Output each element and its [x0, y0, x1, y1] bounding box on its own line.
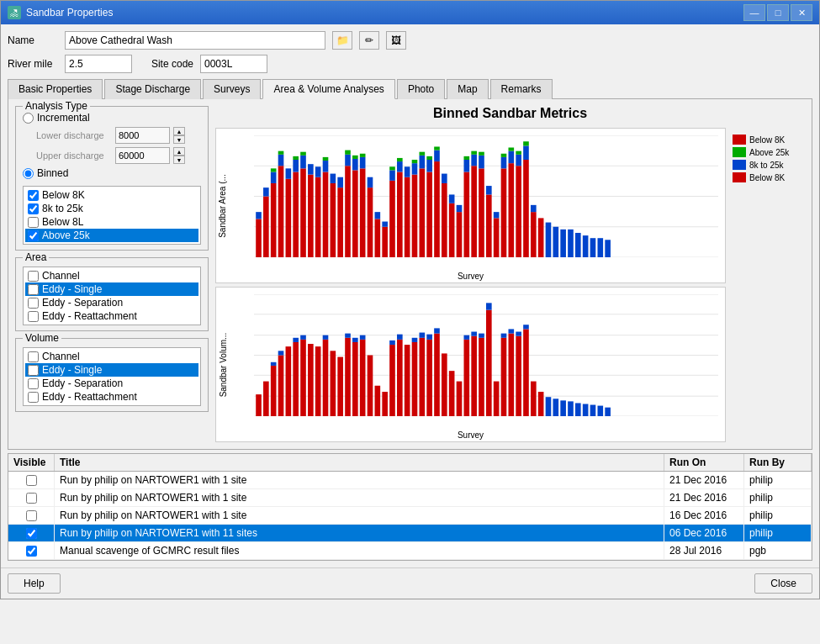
- volume-check-eddy-separation[interactable]: [28, 378, 39, 389]
- name-input[interactable]: [65, 31, 325, 50]
- binned-item-below8l[interactable]: Below 8L: [25, 215, 198, 229]
- tab-photo[interactable]: Photo: [397, 79, 445, 99]
- volume-check-eddy-single[interactable]: [28, 365, 39, 376]
- lower-discharge-down[interactable]: ▼: [173, 135, 185, 144]
- binned-check-below8k[interactable]: [28, 190, 39, 201]
- image-icon-button[interactable]: 🖼: [386, 31, 406, 50]
- visible-check-1[interactable]: [26, 475, 37, 486]
- svg-rect-124: [256, 394, 262, 416]
- incremental-radio[interactable]: [23, 113, 34, 124]
- visible-check-3[interactable]: [26, 510, 37, 521]
- help-button[interactable]: Help: [8, 573, 61, 594]
- area-check-eddy-separation[interactable]: [28, 298, 39, 309]
- area-check-eddy-reattachment[interactable]: [28, 311, 39, 322]
- area-label-eddy-single: Eddy - Single: [42, 283, 102, 295]
- legend-label-below8k-1: Below 8K: [749, 135, 785, 145]
- svg-rect-53: [382, 222, 388, 227]
- svg-rect-35: [331, 183, 336, 257]
- cell-visible-3[interactable]: [8, 507, 55, 524]
- svg-rect-135: [308, 344, 314, 416]
- volume-check-channel[interactable]: [28, 351, 39, 362]
- upper-discharge-input[interactable]: [115, 147, 170, 164]
- header-run-by: Run By: [744, 454, 812, 471]
- area-item-channel[interactable]: Channel: [25, 269, 198, 282]
- header-visible: Visible: [8, 454, 55, 471]
- tab-surveys[interactable]: Surveys: [203, 79, 261, 99]
- svg-rect-113: [583, 235, 589, 257]
- svg-rect-34: [323, 157, 329, 161]
- cell-visible-2[interactable]: [8, 489, 55, 506]
- tab-remarks[interactable]: Remarks: [490, 79, 553, 99]
- binned-label: Binned: [37, 167, 68, 179]
- table-row-selected[interactable]: Run by philip on NARTOWER1 with 11 sites…: [8, 525, 812, 542]
- svg-rect-36: [331, 174, 336, 183]
- lower-discharge-input[interactable]: [115, 127, 170, 144]
- cell-runon-5: 28 Jul 2016: [664, 542, 744, 559]
- window-title: Sandbar Properties: [26, 7, 113, 18]
- visible-check-4[interactable]: [26, 528, 37, 539]
- binned-check-above25k[interactable]: [28, 230, 39, 241]
- table-row[interactable]: Run by philip on NARTOWER1 with 1 site 2…: [8, 489, 812, 507]
- svg-rect-128: [278, 356, 284, 417]
- svg-rect-184: [538, 392, 544, 416]
- area-item-eddy-single[interactable]: Eddy - Single: [25, 282, 198, 296]
- svg-rect-94: [501, 157, 507, 168]
- edit-icon-button[interactable]: ✏: [359, 31, 379, 50]
- area-check-eddy-single[interactable]: [28, 284, 39, 295]
- area-check-channel[interactable]: [28, 271, 39, 282]
- binned-check-below8l[interactable]: [28, 217, 39, 228]
- legend-color-below8k-2: [733, 172, 746, 182]
- upper-discharge-down[interactable]: ▼: [173, 156, 185, 164]
- area-item-eddy-reattachment[interactable]: Eddy - Reattachment: [25, 309, 198, 323]
- svg-rect-83: [471, 166, 477, 257]
- svg-rect-161: [434, 334, 440, 416]
- binned-check-8to25k[interactable]: [28, 203, 39, 214]
- svg-rect-162: [434, 328, 440, 333]
- binned-label-below8k: Below 8K: [42, 189, 85, 201]
- area-item-eddy-separation[interactable]: Eddy - Separation: [25, 296, 198, 309]
- cell-runby-5: pgb: [744, 542, 812, 559]
- site-code-input[interactable]: [200, 55, 267, 73]
- binned-item-below8k[interactable]: Below 8K: [25, 188, 198, 202]
- table-row[interactable]: Run by philip on NARTOWER1 with 1 site 2…: [8, 472, 812, 489]
- maximize-button[interactable]: □: [767, 4, 789, 21]
- volume-label-eddy-single: Eddy - Single: [42, 364, 102, 376]
- svg-rect-181: [523, 329, 529, 416]
- binned-radio[interactable]: [23, 168, 34, 179]
- binned-item-above25k[interactable]: Above 25k: [25, 229, 198, 242]
- binned-item-8to25k[interactable]: 8k to 25k: [25, 202, 198, 215]
- incremental-label: Incremental: [37, 112, 90, 124]
- table-row[interactable]: Manual scavenge of GCMRC result files 28…: [8, 542, 812, 560]
- volume-check-eddy-reattachment[interactable]: [28, 392, 39, 403]
- lower-discharge-up[interactable]: ▲: [173, 127, 185, 135]
- svg-rect-27: [300, 152, 306, 156]
- cell-visible-5[interactable]: [8, 542, 55, 559]
- tab-basic-properties[interactable]: Basic Properties: [8, 79, 103, 99]
- river-mile-row: River mile Site code: [8, 55, 812, 73]
- upper-discharge-up[interactable]: ▲: [173, 147, 185, 156]
- volume-item-channel[interactable]: Channel: [25, 350, 198, 363]
- cell-visible-4[interactable]: [8, 525, 55, 541]
- volume-item-eddy-separation[interactable]: Eddy - Separation: [25, 377, 198, 390]
- tab-stage-discharge[interactable]: Stage Discharge: [104, 79, 201, 99]
- volume-item-eddy-single[interactable]: Eddy - Single: [25, 363, 198, 377]
- volume-item-eddy-reattachment[interactable]: Eddy - Reattachment: [25, 390, 198, 404]
- legend-label-below8k-2: Below 8K: [749, 173, 785, 182]
- svg-rect-190: [583, 404, 589, 417]
- svg-rect-166: [464, 340, 470, 416]
- table-row[interactable]: Run by philip on NARTOWER1 with 1 site 1…: [8, 507, 812, 525]
- svg-rect-77: [449, 194, 455, 203]
- close-window-button[interactable]: ✕: [791, 4, 812, 21]
- svg-rect-44: [352, 156, 358, 159]
- tab-area-volume[interactable]: Area & Volume Analyses: [262, 79, 394, 99]
- tab-map[interactable]: Map: [447, 79, 488, 99]
- cell-visible-1[interactable]: [8, 472, 55, 488]
- svg-rect-140: [337, 357, 343, 416]
- close-button[interactable]: Close: [754, 573, 812, 594]
- visible-check-5[interactable]: [26, 546, 37, 557]
- minimize-button[interactable]: —: [743, 4, 765, 21]
- river-mile-input[interactable]: [65, 55, 132, 73]
- upper-discharge-row: Upper discharge ▲ ▼: [36, 147, 201, 164]
- folder-icon-button[interactable]: 📁: [332, 31, 352, 50]
- visible-check-2[interactable]: [26, 493, 37, 504]
